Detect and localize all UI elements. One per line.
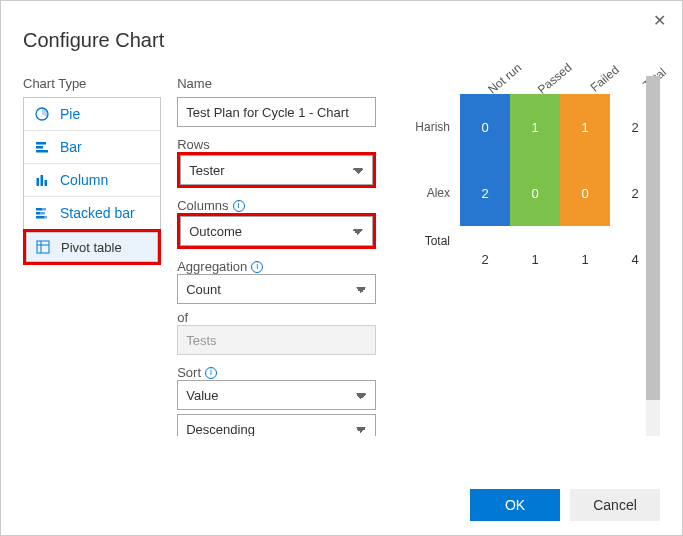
bar-icon	[34, 139, 50, 155]
rows-label: Rows	[177, 137, 376, 152]
chart-type-list: Pie Bar Column Stacked bar	[23, 97, 161, 230]
dialog-footer: OK Cancel	[470, 489, 660, 521]
sort-by-select[interactable]	[177, 380, 376, 410]
ok-button[interactable]: OK	[470, 489, 560, 521]
pivot-cell: 0	[510, 160, 560, 226]
pivot-col-total: 1	[510, 234, 560, 284]
chart-type-bar-label: Bar	[60, 139, 82, 155]
info-icon[interactable]: i	[233, 200, 245, 212]
of-label: of	[177, 310, 376, 325]
stacked-bar-icon	[34, 205, 50, 221]
svg-rect-7	[36, 208, 42, 211]
svg-rect-5	[41, 175, 44, 186]
info-icon[interactable]: i	[205, 367, 217, 379]
svg-rect-4	[37, 178, 40, 186]
name-input[interactable]	[177, 97, 376, 127]
svg-rect-13	[37, 241, 49, 253]
pie-icon	[34, 106, 50, 122]
pivot-row: Alex 2 0 0 2	[400, 160, 660, 226]
column-icon	[34, 172, 50, 188]
pivot-cell: 0	[560, 160, 610, 226]
chart-type-pie-label: Pie	[60, 106, 80, 122]
svg-rect-8	[42, 208, 46, 211]
svg-rect-1	[36, 142, 46, 145]
preview-panel: Not run Passed Failed Total Harish 0 1 1…	[392, 76, 660, 436]
rows-select[interactable]	[180, 155, 373, 185]
svg-rect-3	[36, 150, 48, 153]
scrollbar-thumb[interactable]	[646, 76, 660, 400]
columns-label: Columns i	[177, 198, 376, 213]
scrollbar[interactable]	[646, 76, 660, 436]
svg-rect-6	[45, 180, 48, 186]
chart-type-pivot[interactable]: Pivot table	[26, 232, 158, 262]
svg-rect-10	[40, 212, 45, 215]
pivot-cell: 0	[460, 94, 510, 160]
dialog-title: Configure Chart	[23, 29, 660, 52]
chart-type-column-label: Column	[60, 172, 108, 188]
chart-type-pivot-label: Pivot table	[61, 240, 122, 255]
aggregation-select[interactable]	[177, 274, 376, 304]
pivot-col-total: 1	[560, 234, 610, 284]
total-label: Total	[400, 234, 460, 284]
chart-type-bar[interactable]: Bar	[24, 131, 160, 164]
svg-rect-11	[36, 216, 44, 219]
svg-rect-12	[44, 216, 47, 219]
rows-highlight	[177, 152, 376, 188]
chart-type-stacked-bar-label: Stacked bar	[60, 205, 135, 221]
sort-label: Sort i	[177, 365, 376, 380]
pivot-cell: 2	[460, 160, 510, 226]
chart-type-column[interactable]: Column	[24, 164, 160, 197]
svg-rect-2	[36, 146, 43, 149]
chart-type-stacked-bar[interactable]: Stacked bar	[24, 197, 160, 229]
configure-chart-dialog: ✕ Configure Chart Chart Type Pie Bar Col…	[1, 1, 682, 535]
chart-type-pivot-highlight: Pivot table	[23, 229, 161, 265]
of-select	[177, 325, 376, 355]
pivot-cell: 1	[560, 94, 610, 160]
aggregation-label: Aggregation i	[177, 259, 376, 274]
chart-type-label: Chart Type	[23, 76, 161, 91]
cancel-button[interactable]: Cancel	[570, 489, 660, 521]
columns-select[interactable]	[180, 216, 373, 246]
close-icon[interactable]: ✕	[653, 11, 666, 30]
info-icon[interactable]: i	[251, 261, 263, 273]
name-label: Name	[177, 76, 376, 91]
columns-highlight	[177, 213, 376, 249]
pivot-total-row: Total 2 1 1 4	[400, 226, 660, 292]
row-label: Alex	[400, 186, 460, 200]
row-label: Harish	[400, 120, 460, 134]
pivot-col-total: 2	[460, 234, 510, 284]
pivot-cell: 1	[510, 94, 560, 160]
chart-type-pie[interactable]: Pie	[24, 98, 160, 131]
chart-type-panel: Chart Type Pie Bar Column Stacked bar	[23, 76, 161, 436]
pivot-column-headers: Not run Passed Failed Total	[460, 76, 660, 90]
pivot-preview: Not run Passed Failed Total Harish 0 1 1…	[400, 76, 660, 292]
pivot-table-icon	[35, 239, 51, 255]
config-form: Name Rows Columns i Aggregation i of Sor…	[177, 76, 376, 436]
pivot-row: Harish 0 1 1 2	[400, 94, 660, 160]
sort-direction-select[interactable]	[177, 414, 376, 436]
svg-rect-9	[36, 212, 40, 215]
